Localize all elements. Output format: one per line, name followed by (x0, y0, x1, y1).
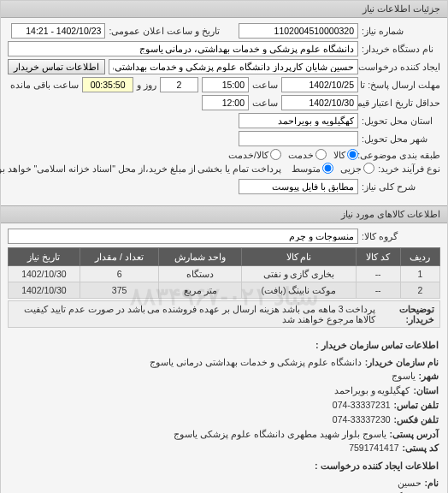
radio-goods[interactable]: کالا (333, 149, 358, 160)
org-name-label: نام سازمان خریدار: (365, 355, 439, 370)
radio-medium[interactable]: متوسط (292, 163, 333, 174)
postaddr-value: یاسوج بلوار شهید مطهری دانشگاه علوم پزشک… (174, 427, 386, 442)
items-table: ردیف کد کالا نام کالا واحد شمارش تعداد /… (8, 247, 440, 299)
public-date-label: تاریخ و ساعت اعلان عمومی: (109, 26, 220, 36)
col-qty: تعداد / مقدار (80, 248, 159, 266)
phone-label: تلفن تماس: (394, 398, 439, 413)
buyer-note-label: توضیحات خریدار: (380, 304, 434, 324)
radio-both[interactable]: کالا/خدمت (228, 149, 281, 160)
fax-label: تلفن فکس: (394, 413, 439, 427)
remaining-days-label: روز و (137, 80, 156, 90)
fname-value: حسین (398, 476, 421, 490)
lname-value: شایان (362, 490, 384, 493)
public-date-input[interactable] (11, 23, 105, 39)
province-label: استان: (414, 383, 439, 398)
delivery-province-input[interactable] (239, 113, 358, 128)
request-no-input[interactable] (239, 23, 358, 39)
col-idx: ردیف (400, 248, 439, 266)
fax-value: 074-33337230 (333, 413, 391, 427)
delivery-city-input[interactable] (239, 131, 358, 146)
buyer-name-label: نام دستگاه خریدار: (362, 44, 440, 54)
org-name-value: دانشگاه علوم پزشکی و خدمات بهداشتی درمان… (150, 355, 361, 370)
contact-requester-title: اطلاعات ایجاد کننده درخواست : (9, 459, 439, 474)
panel-header: جزئیات اطلاعات نیاز (1, 1, 447, 18)
col-unit: واحد شمارش (159, 248, 242, 266)
phone-value: 074-33337231 (333, 398, 391, 413)
fname-label: نام: (425, 476, 439, 490)
contact-org-title: اطلاعات تماس سازمان خریدار : (9, 338, 439, 353)
requester-input[interactable] (109, 59, 358, 74)
cell-unit: متر مربع (159, 282, 242, 299)
remaining-time-input (82, 77, 133, 92)
validity-time-input[interactable] (202, 95, 249, 110)
buyer-note-text: پرداخت 3 ماهه می باشد هزینه ارسال بر عهد… (14, 304, 375, 324)
table-row[interactable]: 1--بخاری گازی و نفتیدستگاه61402/10/30 (9, 266, 440, 282)
buyer-name-input[interactable] (8, 41, 358, 56)
radio-partial[interactable]: جزیی (340, 163, 374, 174)
cell-idx: 2 (400, 282, 439, 299)
cell-name: بخاری گازی و نفتی (242, 266, 356, 282)
validity-label: حداقل تاریخ اعتبار قیمت: تا تاریخ: (362, 98, 440, 108)
city-label: شهر: (419, 369, 439, 383)
remaining-time-label: ساعت باقی مانده (10, 80, 79, 90)
col-date: تاریخ نیاز (9, 248, 80, 266)
postaddr-label: آدرس پستی: (390, 427, 439, 442)
postcode-label: کد پستی: (403, 441, 439, 455)
process-note: پرداخت تمام یا بخشی از مبلغ خرید،از محل … (0, 163, 281, 174)
process-type-label: نوع فرآیند خرید: (378, 163, 440, 174)
table-row[interactable]: 2--موکت نابینگ (بافت)متر مربع3751402/10/… (9, 282, 440, 299)
cell-code: -- (356, 282, 400, 299)
deadline-send-date-input[interactable] (281, 77, 358, 92)
items-section-title: اطلاعات کالاهای مورد نیاز (1, 205, 447, 223)
cell-idx: 1 (400, 266, 439, 282)
request-no-label: شماره نیاز: (362, 26, 440, 36)
deadline-send-time-input[interactable] (202, 77, 249, 92)
delivery-province-label: استان محل تحویل: (362, 116, 440, 126)
col-code: کد کالا (356, 248, 400, 266)
postcode-value: 7591741417 (349, 441, 398, 455)
validity-date-input[interactable] (281, 95, 358, 110)
radio-service[interactable]: خدمت (288, 149, 327, 160)
deadline-send-label: مهلت ارسال پاسخ: تا تاریخ: (362, 80, 440, 90)
group-label: گروه کالا: (362, 231, 440, 241)
cell-date: 1402/10/30 (9, 282, 80, 299)
general-desc-input[interactable] (239, 179, 358, 194)
remaining-days-input (160, 77, 198, 92)
cell-qty: 375 (80, 282, 159, 299)
deadline-time-label: ساعت (252, 80, 278, 90)
col-name: نام کالا (242, 248, 356, 266)
cell-unit: دستگاه (159, 266, 242, 282)
validity-time-label: ساعت (252, 98, 278, 108)
delivery-city-label: شهر محل تحویل: (362, 134, 440, 144)
general-desc-label: شرح کلی نیاز: (362, 181, 440, 192)
province-value: کهگیلویه و بویراحمد (334, 383, 410, 398)
cell-qty: 6 (80, 266, 159, 282)
requester-label: ایجاد کننده درخواست: (362, 62, 440, 72)
contact-info-button[interactable]: اطلاعات تماس خریدار (8, 59, 105, 74)
subject-class-label: طبقه بندی موضوعی: (362, 150, 440, 160)
cell-code: -- (356, 266, 400, 282)
city-value: یاسوج (392, 369, 416, 383)
group-input[interactable] (8, 229, 358, 244)
lname-label: نام خانوادگی: (387, 490, 439, 493)
cell-date: 1402/10/30 (9, 266, 80, 282)
cell-name: موکت نابینگ (بافت) (242, 282, 356, 299)
